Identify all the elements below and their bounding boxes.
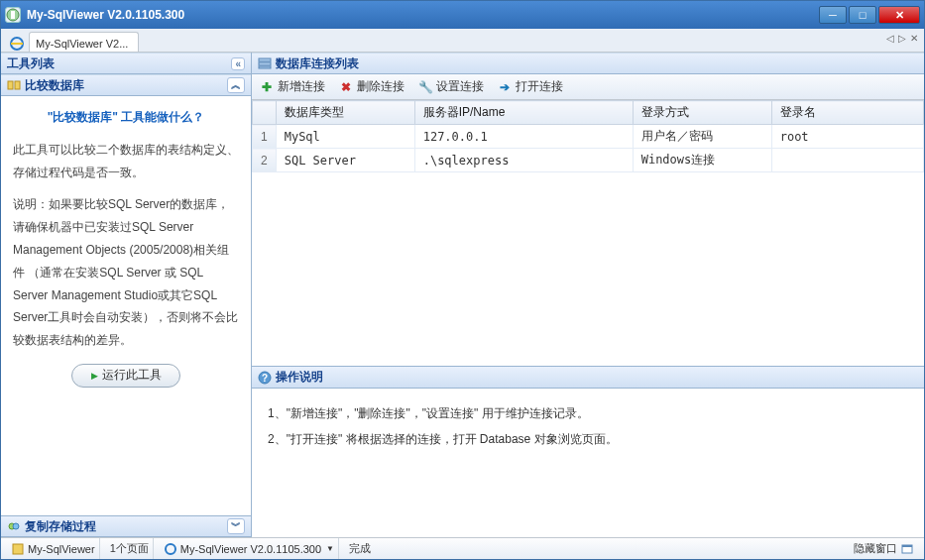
sidebar-body: "比较数据库" 工具能做什么？ 此工具可以比较二个数据库的表结构定义、存储过程代… <box>1 96 251 515</box>
set-label: 设置连接 <box>436 78 484 95</box>
cell-dbtype: SQL Server <box>276 149 414 172</box>
tools-list-title: 工具列表 <box>7 56 55 72</box>
add-label: 新增连接 <box>278 78 325 95</box>
help-icon: ? <box>258 371 272 385</box>
right-column: 数据库连接列表 ✚ 新增连接 ✖ 删除连接 🔧 设置连接 ➔ 打开连接 <box>252 53 924 537</box>
tab-next-icon[interactable]: ▷ <box>898 33 906 44</box>
status-pages[interactable]: 1个页面 <box>106 538 154 559</box>
col-rownum[interactable] <box>253 101 277 125</box>
svg-rect-1 <box>11 11 15 19</box>
window-title: My-SqlViewer V2.0.1105.300 <box>27 8 817 22</box>
status-app-label: My-SqlViewer <box>28 543 95 555</box>
maximize-button[interactable]: □ <box>849 6 876 24</box>
chevron-down-icon[interactable]: ︾ <box>227 518 245 534</box>
instructions-panel: ? 操作说明 1、"新增连接"，"删除连接"，"设置连接" 用于维护连接记录。 … <box>252 366 924 537</box>
cell-server: .\sqlexpress <box>414 149 633 172</box>
svg-rect-7 <box>259 58 271 61</box>
instruction-line-2: 2、"打开连接" 将根据选择的连接，打开 Database 对象浏览页面。 <box>268 426 908 452</box>
minimize-button[interactable]: ─ <box>819 6 847 24</box>
wrench-icon: 🔧 <box>418 80 432 94</box>
status-hide-label: 隐藏窗口 <box>854 541 897 556</box>
cell-user: root <box>771 125 923 149</box>
cell-rownum: 1 <box>253 125 277 149</box>
status-hide[interactable]: 隐藏窗口 <box>850 538 918 559</box>
status-done-label: 完成 <box>349 541 371 556</box>
svg-rect-9 <box>259 66 271 68</box>
svg-text:?: ? <box>262 373 268 384</box>
svg-rect-8 <box>259 62 271 65</box>
status-done: 完成 <box>345 538 375 559</box>
dropdown-icon[interactable]: ▼ <box>326 544 334 553</box>
title-bar[interactable]: My-SqlViewer V2.0.1105.300 ─ □ ✕ <box>1 1 924 29</box>
app-icon <box>5 7 21 23</box>
db-list-icon <box>258 56 272 70</box>
cell-user <box>771 149 923 172</box>
status-path[interactable]: My-SqlViewer V2.0.1105.300 ▼ <box>160 538 339 559</box>
app-status-icon <box>11 542 25 556</box>
instruction-line-1: 1、"新增连接"，"删除连接"，"设置连接" 用于维护连接记录。 <box>268 400 908 426</box>
ie-status-icon <box>164 542 177 556</box>
window-icon <box>900 542 914 556</box>
close-button[interactable]: ✕ <box>878 6 920 24</box>
compare-para1: 此工具可以比较二个数据库的表结构定义、存储过程代码是否一致。 <box>13 139 239 184</box>
run-tool-button[interactable]: 运行此工具 <box>71 364 180 388</box>
cell-login: Windows连接 <box>633 149 771 172</box>
compare-question: "比较数据库" 工具能做什么？ <box>13 106 239 129</box>
plus-icon: ✚ <box>260 80 274 94</box>
status-app[interactable]: My-SqlViewer <box>7 538 100 559</box>
status-pages-label: 1个页面 <box>110 541 149 556</box>
open-connection-button[interactable]: ➔ 打开连接 <box>498 78 563 95</box>
delete-connection-button[interactable]: ✖ 删除连接 <box>339 78 405 95</box>
col-login[interactable]: 登录方式 <box>633 101 771 125</box>
open-label: 打开连接 <box>516 78 563 95</box>
sidebar: 工具列表 « 比较数据库 ︽ "比较数据库" 工具能做什么？ 此工具可以比较二个… <box>1 53 252 537</box>
svg-point-13 <box>166 544 175 554</box>
cell-dbtype: MySql <box>276 125 414 149</box>
svg-rect-3 <box>8 81 13 89</box>
connection-list-title: 数据库连接列表 <box>276 56 359 72</box>
cell-server: 127.0.0.1 <box>414 125 633 149</box>
col-dbtype[interactable]: 数据库类型 <box>276 101 414 125</box>
connection-grid[interactable]: 数据库类型 服务器IP/Name 登录方式 登录名 1 MySql 127.0.… <box>252 100 924 366</box>
tools-list-header[interactable]: 工具列表 « <box>1 53 251 74</box>
chevron-left-icon[interactable]: « <box>231 57 245 70</box>
tab-label: My-SqlViewer V2... <box>36 38 128 50</box>
table-row[interactable]: 1 MySql 127.0.0.1 用户名／密码 root <box>253 125 924 149</box>
cell-rownum: 2 <box>253 149 277 172</box>
copy-sproc-title: 复制存储过程 <box>25 518 96 535</box>
svg-rect-15 <box>902 545 912 547</box>
status-bar: My-SqlViewer 1个页面 My-SqlViewer V2.0.1105… <box>1 537 924 559</box>
compare-db-title: 比较数据库 <box>25 77 84 94</box>
instructions-body: 1、"新增连接"，"删除连接"，"设置连接" 用于维护连接记录。 2、"打开连接… <box>252 389 924 537</box>
tab-bar: My-SqlViewer V2... ◁ ▷ ✕ <box>1 29 924 53</box>
instructions-header[interactable]: ? 操作说明 <box>252 367 924 389</box>
tab-main[interactable]: My-SqlViewer V2... <box>29 32 139 52</box>
status-path-label: My-SqlViewer V2.0.1105.300 <box>180 543 321 555</box>
copy-sproc-header[interactable]: 复制存储过程 ︾ <box>1 515 251 537</box>
svg-rect-4 <box>15 81 20 89</box>
col-user[interactable]: 登录名 <box>771 101 923 125</box>
app-window: My-SqlViewer V2.0.1105.300 ─ □ ✕ My-SqlV… <box>0 0 925 560</box>
chevron-up-icon[interactable]: ︽ <box>227 77 245 93</box>
add-connection-button[interactable]: ✚ 新增连接 <box>260 78 325 95</box>
table-header-row: 数据库类型 服务器IP/Name 登录方式 登录名 <box>253 101 924 125</box>
compare-db-header[interactable]: 比较数据库 ︽ <box>1 74 251 96</box>
x-icon: ✖ <box>339 80 353 94</box>
cell-login: 用户名／密码 <box>633 125 771 149</box>
config-connection-button[interactable]: 🔧 设置连接 <box>418 78 484 95</box>
svg-rect-12 <box>13 544 23 554</box>
window-controls: ─ □ ✕ <box>817 6 920 24</box>
ie-icon <box>9 36 25 52</box>
copy-sproc-icon <box>7 519 21 533</box>
compare-para2: 说明：如果要比较SQL Server的数据库，请确保机器中已安装过SQL Ser… <box>13 193 239 352</box>
del-label: 删除连接 <box>357 78 405 95</box>
connection-table: 数据库类型 服务器IP/Name 登录方式 登录名 1 MySql 127.0.… <box>252 100 924 172</box>
connection-list-header: 数据库连接列表 <box>252 53 924 74</box>
tab-controls: ◁ ▷ ✕ <box>886 33 918 44</box>
instructions-title: 操作说明 <box>276 369 323 386</box>
col-server[interactable]: 服务器IP/Name <box>414 101 633 125</box>
table-row[interactable]: 2 SQL Server .\sqlexpress Windows连接 <box>253 149 924 172</box>
tab-close-icon[interactable]: ✕ <box>910 33 918 44</box>
main-area: 工具列表 « 比较数据库 ︽ "比较数据库" 工具能做什么？ 此工具可以比较二个… <box>1 53 924 537</box>
tab-prev-icon[interactable]: ◁ <box>886 33 894 44</box>
